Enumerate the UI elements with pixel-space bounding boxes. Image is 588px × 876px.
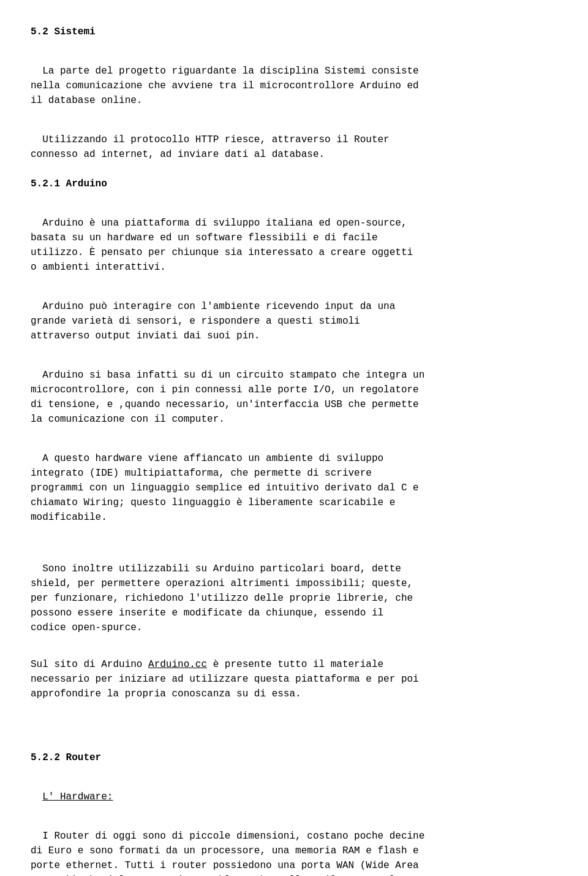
http-paragraph: Utilizzando il protocollo HTTP riesce, a…	[31, 118, 557, 162]
hardware-label: L' Hardware:	[31, 775, 557, 804]
arduino-site-paragraph: Sul sito di Arduino Arduino.cc è present…	[31, 657, 557, 701]
subsection-522-heading: 5.2.2 Router	[31, 750, 557, 765]
subsection-521-heading: 5.2.1 Arduino	[31, 177, 557, 191]
router-intro-paragraph: I Router di oggi sono di piccole dimensi…	[31, 814, 557, 876]
section-heading: 5.2 Sistemi	[31, 25, 557, 39]
intro-paragraph: La parte del progetto riguardante la dis…	[31, 49, 557, 108]
arduino-shield-paragraph: Sono inoltre utilizzabili su Arduino par…	[31, 547, 557, 635]
arduino-circuit-paragraph: Arduino si basa infatti su di un circuit…	[31, 353, 557, 427]
arduino-input-paragraph: Arduino può interagire con l'ambiente ri…	[31, 284, 557, 343]
arduino-link[interactable]: Arduino.cc	[148, 659, 207, 670]
arduino-intro-paragraph: Arduino è una piattaforma di sviluppo it…	[31, 201, 557, 275]
arduino-ide-paragraph: A questo hardware viene affiancato un am…	[31, 436, 557, 525]
